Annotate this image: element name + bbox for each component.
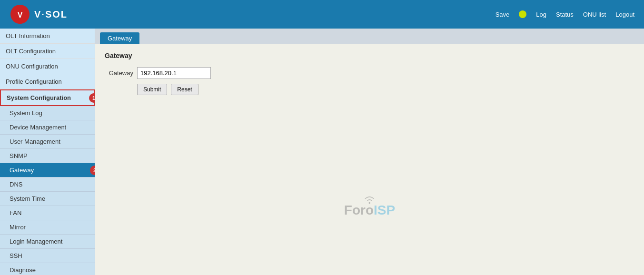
- sidebar-sub-user-mgmt[interactable]: User Management: [0, 135, 95, 149]
- sidebar: OLT Information OLT Configuration ONU Co…: [0, 29, 95, 275]
- sidebar-sub-snmp[interactable]: SNMP: [0, 149, 95, 163]
- submit-button[interactable]: Submit: [137, 84, 167, 95]
- sidebar-item-onu-config[interactable]: ONU Configuration: [0, 59, 95, 74]
- sidebar-sub-diagnose[interactable]: Diagnose: [0, 263, 95, 275]
- reset-button[interactable]: Reset: [171, 84, 198, 95]
- layout: OLT Information OLT Configuration ONU Co…: [0, 29, 644, 275]
- log-button[interactable]: Log: [536, 11, 546, 18]
- svg-text:V: V: [18, 11, 23, 19]
- logo-area: V V·SOL: [10, 4, 68, 25]
- gateway-label: Gateway: [105, 69, 133, 77]
- isp-text: ISP: [374, 203, 395, 218]
- sidebar-item-profile-config[interactable]: Profile Configuration: [0, 74, 95, 89]
- tab-gateway[interactable]: Gateway: [100, 32, 139, 44]
- wifi-icon: [362, 194, 376, 205]
- watermark-text: Foro ISP: [344, 203, 395, 218]
- watermark: Foro ISP: [344, 194, 395, 218]
- sidebar-sub-gateway[interactable]: Gateway 2: [0, 163, 95, 177]
- status-indicator: [519, 10, 526, 18]
- sidebar-item-olt-config[interactable]: OLT Configuration: [0, 44, 95, 59]
- sidebar-item-olt-info[interactable]: OLT Information: [0, 29, 95, 44]
- content-area: Gateway Gateway Submit Reset: [95, 44, 644, 108]
- form-buttons-row: Submit Reset: [137, 84, 634, 95]
- logout-button[interactable]: Logout: [615, 11, 634, 18]
- status-button[interactable]: Status: [556, 11, 574, 18]
- foro-text: Foro: [344, 203, 374, 218]
- tab-bar: Gateway: [95, 29, 644, 44]
- sidebar-sub-ssh[interactable]: SSH: [0, 249, 95, 263]
- onu-list-button[interactable]: ONU list: [583, 11, 606, 18]
- sidebar-sub-device-mgmt[interactable]: Device Management: [0, 120, 95, 135]
- sidebar-item-system-config[interactable]: System Configuration 1: [0, 89, 95, 106]
- sidebar-sub-system-log[interactable]: System Log: [0, 106, 95, 120]
- vsol-logo-icon: V: [10, 4, 30, 25]
- content-title: Gateway: [105, 52, 634, 59]
- sidebar-sub-system-time[interactable]: System Time: [0, 192, 95, 206]
- sidebar-sub-fan[interactable]: FAN: [0, 206, 95, 220]
- main-content: Gateway Gateway Gateway Submit Reset: [95, 29, 644, 275]
- svg-point-2: [369, 202, 371, 204]
- sidebar-sub-dns[interactable]: DNS: [0, 177, 95, 192]
- sidebar-sub-mirror[interactable]: Mirror: [0, 220, 95, 235]
- save-button[interactable]: Save: [495, 11, 510, 18]
- header: V V·SOL Save Log Status ONU list Logout: [0, 0, 644, 29]
- gateway-form-row: Gateway: [105, 67, 634, 79]
- header-right: Save Log Status ONU list Logout: [495, 10, 634, 18]
- sidebar-sub-login-mgmt[interactable]: Login Management: [0, 235, 95, 249]
- gateway-input[interactable]: [137, 67, 211, 79]
- logo-text: V·SOL: [34, 9, 68, 20]
